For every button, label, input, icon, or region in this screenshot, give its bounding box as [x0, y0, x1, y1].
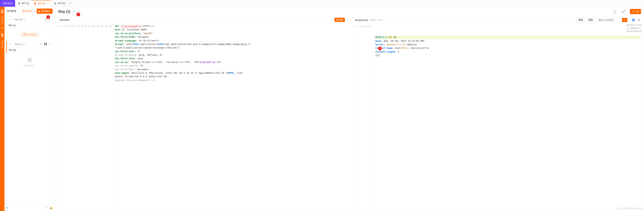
add-node-button[interactable]: 添加节点＋	[22, 9, 35, 13]
render-button[interactable]: 渲染	[586, 18, 595, 22]
step-title: Step [1]	[58, 10, 70, 13]
generate-button[interactable]: </>生	[630, 9, 641, 14]
left-footer: ↺ 🔔	[4, 204, 55, 211]
notify-icon[interactable]: 🔔	[50, 206, 53, 209]
svg-line-8	[625, 20, 626, 21]
trash-icon[interactable]: 🗑	[40, 43, 42, 45]
work-area: Step [1] WF-[3] 2 </>生 Request 热加载 ⛶ 1 2…	[55, 7, 644, 211]
status-dot	[7, 207, 8, 209]
open-external-button[interactable]	[621, 9, 626, 14]
response-sideinfo: 远端地址:[::1]:80ms; 总耗时:6ms;alhost:8099/upl…	[626, 23, 642, 33]
seq-link-pill[interactable]: 变量 , Cookie	[21, 32, 39, 37]
response-search-input[interactable]	[596, 18, 620, 22]
tab-wf3[interactable]: WF-[3] ×	[31, 0, 51, 7]
tab-primary[interactable]: 未命名[0]	[0, 0, 15, 7]
seq-end-label: 已经到底啦～	[6, 64, 53, 67]
stack-icon[interactable]	[1, 33, 4, 36]
inspect-label[interactable]: 查	[638, 18, 640, 22]
edit-icon[interactable]: ✎	[24, 18, 26, 21]
tab-label: WF-[1]	[22, 2, 29, 5]
response-editor[interactable]: 1 2 3 4 5 6 7 3 HTTP/1.1 200 OKDate: Wed…	[353, 24, 642, 209]
response-meta: 3bytes / 6ms	[370, 19, 382, 21]
edit-icon[interactable]: ✎	[24, 43, 26, 45]
tab-wf5[interactable]: WF-[5]	[51, 0, 68, 7]
seq-connector-bottom: │	[6, 54, 53, 56]
chevron-down-icon[interactable]: ⌄	[49, 49, 51, 51]
search-button[interactable]	[622, 18, 627, 22]
svg-point-7	[624, 19, 625, 20]
request-editor[interactable]: 1 2 3 4 5 6 7 8 9 10 11 12 13 14 15 16 G…	[58, 23, 353, 209]
tab-label: 未命名[0]	[2, 2, 12, 5]
panel-icon[interactable]	[1, 9, 4, 12]
svg-point-4	[2, 28, 2, 29]
callout-2: 2	[76, 13, 80, 16]
code-icon: </>	[632, 10, 636, 13]
trash-icon[interactable]: 🗑	[45, 18, 47, 21]
seq-value: WF-[1]	[8, 24, 16, 27]
tab-label: WF-[5]	[58, 2, 65, 5]
play-icon: ▶	[38, 10, 40, 13]
drag-icon[interactable]: ⋮⋮	[9, 43, 14, 45]
vside-label-seq[interactable]: Fuzzer 序列	[1, 38, 4, 48]
history-icon[interactable]: ↺	[46, 206, 48, 209]
tab-add-button[interactable]: +	[68, 1, 74, 5]
tab-label: WF-[3]	[38, 2, 45, 5]
seq-step-label: ⋮⋮Step [0]✎	[8, 18, 26, 21]
chevron-down-icon[interactable]: ⌄	[49, 24, 51, 27]
sequence-panel: 序列配置 添加节点＋ ▶开始执行 1 ⋮⋮Step [0]✎ 🗑 ◎ WF-[1…	[4, 7, 55, 211]
seq-card-0[interactable]: ⋮⋮Step [0]✎ 🗑 ◎ WF-[1] ⌄	[6, 16, 53, 28]
expand-icon[interactable]: ⛶	[346, 18, 350, 22]
vside-label-config[interactable]: Fuzzer 配置	[1, 14, 4, 24]
seq-value: WF-[3]	[9, 49, 16, 51]
vertical-sidebar: Fuzzer 配置 Fuzzer 序列	[0, 7, 4, 211]
svg-point-2	[2, 27, 2, 27]
seq-title: 序列配置	[7, 9, 16, 13]
plus-icon: ＋	[33, 9, 35, 13]
sliders-icon[interactable]	[1, 26, 4, 29]
file-icon	[18, 2, 20, 5]
chrome-icon[interactable]	[632, 18, 635, 22]
tab-wf1[interactable]: WF-[1]	[15, 0, 31, 7]
close-icon[interactable]: ×	[47, 2, 48, 5]
file-icon	[34, 2, 36, 5]
beautify-button[interactable]: 美化	[576, 18, 585, 22]
watermark: CSDN @黄乔国PHP|JAVA|安全	[615, 207, 642, 210]
hot-reload-button[interactable]: 热加载	[334, 18, 345, 22]
svg-point-10	[633, 19, 634, 21]
svg-point-3	[2, 28, 3, 28]
seq-connector-top: │	[6, 29, 53, 32]
seq-card-1[interactable]: ⋮⋮Step [1]✎ 🗑 💾 ◎ WF-[3] ⌄	[6, 41, 53, 53]
sequence-list: ⋮⋮Step [0]✎ 🗑 ◎ WF-[1] ⌄ │ 变量 , Cookie ↓…	[4, 15, 55, 204]
file-icon	[54, 2, 56, 5]
arrow-down-icon: ↓	[6, 37, 53, 40]
svg-rect-0	[1, 10, 3, 12]
callout-3: 3	[378, 47, 382, 50]
svg-rect-6	[1, 34, 3, 35]
callout-1: 1	[46, 15, 50, 19]
svg-rect-5	[1, 33, 3, 34]
tab-bar: 未命名[0] WF-[1] WF-[3] × WF-[5] +	[0, 0, 644, 7]
response-pane: Responses 3bytes / 6ms 美化 渲染 查 1 2 3 4 5…	[353, 16, 642, 209]
seq-add-button[interactable]: +	[27, 58, 32, 62]
response-title: Responses	[355, 18, 368, 21]
request-pane: Request 热加载 ⛶ 1 2 3 4 5 6 7 8 9 10 11 12…	[58, 16, 353, 209]
save-icon[interactable]: 💾	[44, 43, 47, 45]
request-title: Request	[60, 18, 70, 21]
target-icon[interactable]: ◎	[49, 43, 51, 45]
export-button[interactable]	[612, 9, 618, 14]
seq-step-label: ⋮⋮Step [1]✎	[9, 43, 26, 45]
run-button[interactable]: ▶开始执行	[37, 8, 53, 14]
drag-icon[interactable]: ⋮⋮	[8, 18, 13, 21]
